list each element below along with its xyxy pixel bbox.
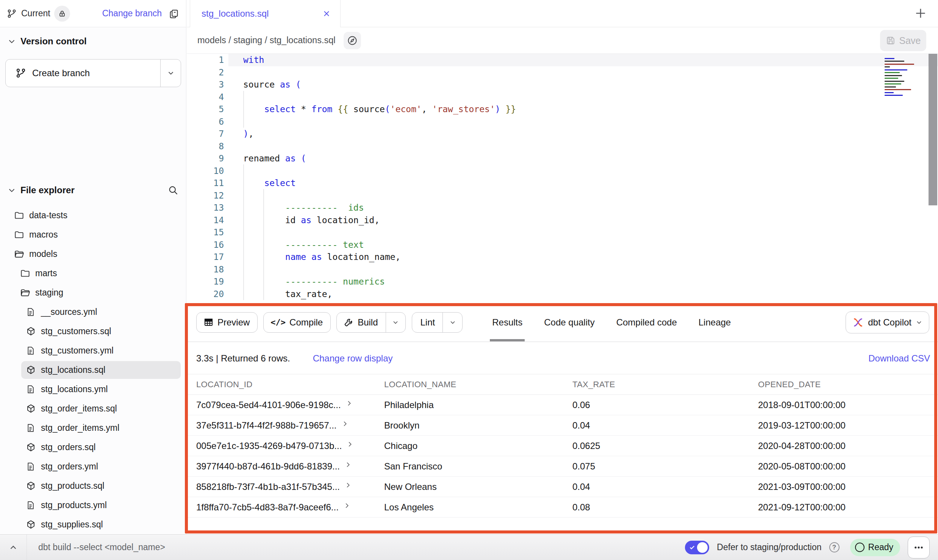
more-options-button[interactable]: [908, 537, 930, 558]
editor-scrollbar[interactable]: [929, 54, 937, 205]
line-number: 20: [187, 289, 224, 299]
version-control-title: Version control: [20, 36, 87, 47]
expand-row-chevron-icon[interactable]: [341, 420, 349, 427]
build-button[interactable]: Build: [336, 312, 405, 333]
dbt-copilot-button[interactable]: dbt Copilot: [846, 311, 929, 333]
copilot-label: dbt Copilot: [868, 317, 911, 328]
file-item-label: stg_locations.yml: [41, 384, 108, 394]
table-row[interactable]: 37e5f311-b7f4-4f2f-988b-719657...Brookly…: [187, 415, 938, 436]
code-text: select * from {{ source('ecom', 'raw_sto…: [243, 104, 516, 114]
file-item-staging[interactable]: staging: [0, 283, 186, 302]
create-branch-button[interactable]: Create branch: [5, 59, 181, 87]
download-csv-link[interactable]: Download CSV: [868, 353, 930, 364]
table-cell: Los Angeles: [384, 502, 572, 513]
code-brackets-icon: </>: [270, 318, 286, 327]
file-item-__sources.yml[interactable]: __sources.yml: [0, 302, 186, 322]
file-item-stg_customers.sql[interactable]: stg_customers.sql: [0, 322, 186, 341]
lock-icon: [58, 10, 66, 17]
build-dropdown-chevron[interactable]: [386, 313, 405, 332]
table-row[interactable]: 005e7e1c-1935-4269-b479-0713b...Chicago0…: [187, 436, 938, 456]
toggle-knob: [697, 542, 708, 553]
command-input[interactable]: dbt build --select <model_name>: [38, 542, 165, 552]
results-table: LOCATION_IDLOCATION_NAMETAX_RATEOPENED_D…: [187, 374, 938, 518]
file-item-stg_orders.yml[interactable]: stg_orders.yml: [0, 457, 186, 476]
column-header-tax_rate: TAX_RATE: [572, 380, 758, 389]
table-row[interactable]: 858218fb-73f7-4b1b-a31f-57b345...New Orl…: [187, 477, 938, 497]
table-cell: 2020-05-08T00:00:00: [758, 461, 938, 472]
lint-button[interactable]: Lint: [412, 312, 463, 333]
line-number: 9: [187, 153, 224, 163]
results-panel-tab-code-quality[interactable]: Code quality: [544, 303, 594, 341]
file-item-stg_products.yml[interactable]: stg_products.yml: [0, 496, 186, 515]
code-line-6: 6: [187, 116, 938, 128]
file-item-macros[interactable]: macros: [0, 225, 186, 244]
search-icon[interactable]: [168, 185, 178, 196]
code-text: tax_rate,: [243, 289, 332, 299]
file-item-stg_order_items.yml[interactable]: stg_order_items.yml: [0, 418, 186, 438]
current-branch-label: Current: [21, 8, 50, 19]
table-row[interactable]: 7c079cea-5ed4-4101-906e-9198c...Philadel…: [187, 395, 938, 415]
file-item-stg_locations.yml[interactable]: stg_locations.yml: [0, 380, 186, 399]
table-cell: Philadelphia: [384, 400, 572, 410]
indent-guide: [243, 91, 244, 128]
wrench-icon: [344, 317, 354, 327]
file-item-data-tests[interactable]: data-tests: [0, 206, 186, 225]
file-item-stg_locations.sql[interactable]: stg_locations.sql: [0, 360, 186, 380]
status-bar: dbt build --select <model_name> Defer to…: [0, 534, 938, 560]
change-branch-link[interactable]: Change branch: [102, 8, 162, 19]
lint-dropdown-chevron[interactable]: [442, 313, 462, 332]
file-item-label: staging: [35, 288, 63, 298]
create-branch-main[interactable]: Create branch: [6, 59, 160, 87]
expand-row-chevron-icon[interactable]: [344, 482, 352, 489]
expand-row-chevron-icon[interactable]: [344, 461, 352, 468]
expand-row-chevron-icon[interactable]: [346, 441, 353, 448]
code-line-19: 19 ---------- numerics: [187, 275, 938, 288]
file-item-stg_orders.sql[interactable]: stg_orders.sql: [0, 438, 186, 457]
preview-button[interactable]: Preview: [196, 312, 258, 333]
table-row[interactable]: 1f8ffa70-7cb5-4d83-8a7f-9aceef6...Los An…: [187, 497, 938, 518]
results-table-header: LOCATION_IDLOCATION_NAMETAX_RATEOPENED_D…: [187, 374, 938, 395]
copy-icon[interactable]: [169, 8, 179, 19]
results-panel-tab-compiled-code[interactable]: Compiled code: [616, 303, 677, 341]
table-cell: 2020-04-28T00:00:00: [758, 441, 938, 451]
results-panel-tab-results[interactable]: Results: [492, 303, 522, 341]
close-icon[interactable]: [322, 9, 331, 18]
file-item-stg_supplies.sql[interactable]: stg_supplies.sql: [0, 515, 186, 534]
save-button[interactable]: Save: [880, 30, 926, 51]
file-item-marts[interactable]: marts: [0, 264, 186, 283]
line-number: 17: [187, 252, 224, 262]
tab-stg-locations-sql[interactable]: stg_locations.sql: [190, 0, 341, 27]
expand-row-chevron-icon[interactable]: [345, 400, 353, 407]
version-control-header[interactable]: Version control: [0, 33, 186, 50]
results-panel-tab-lineage[interactable]: Lineage: [699, 303, 731, 341]
code-text: name as location_name,: [243, 252, 400, 262]
table-cell: 3977f440-b87d-461b-9dd6-81839...: [196, 461, 384, 472]
table-row[interactable]: 3977f440-b87d-461b-9dd6-81839...San Fran…: [187, 456, 938, 477]
file-item-stg_order_items.sql[interactable]: stg_order_items.sql: [0, 399, 186, 418]
create-branch-dropdown[interactable]: [160, 59, 181, 87]
code-editor[interactable]: 1with23source as (45 select * from {{ so…: [187, 54, 938, 303]
editor-tab-bar: stg_locations.sql: [187, 0, 938, 27]
file-explorer-header[interactable]: File explorer: [0, 181, 186, 199]
table-cell: 2021-09-12T00:00:00: [758, 502, 938, 513]
help-icon[interactable]: ?: [829, 542, 840, 552]
cube-icon: [26, 481, 36, 491]
git-branch-icon: [7, 9, 17, 19]
collapse-panel-button[interactable]: [0, 535, 27, 560]
change-row-display-link[interactable]: Change row display: [313, 353, 393, 364]
file-item-stg_products.sql[interactable]: stg_products.sql: [0, 476, 186, 496]
file-item-stg_customers.yml[interactable]: stg_customers.yml: [0, 341, 186, 360]
ready-status-badge[interactable]: Ready: [850, 539, 900, 556]
code-text: source as (: [243, 80, 301, 89]
compile-button[interactable]: </> Compile: [263, 312, 331, 333]
results-toolbar: Preview </> Compile Build Lint: [187, 303, 938, 342]
expand-row-chevron-icon[interactable]: [343, 502, 350, 509]
new-tab-plus-icon[interactable]: [913, 6, 928, 22]
results-table-body: 7c079cea-5ed4-4101-906e-9198c...Philadel…: [187, 395, 938, 518]
create-branch-label: Create branch: [32, 68, 90, 78]
defer-toggle[interactable]: [685, 541, 709, 554]
cube-icon: [26, 365, 36, 375]
file-item-models[interactable]: models: [0, 244, 186, 264]
file-item-label: macros: [29, 230, 58, 240]
lineage-compass-icon[interactable]: [344, 32, 361, 49]
